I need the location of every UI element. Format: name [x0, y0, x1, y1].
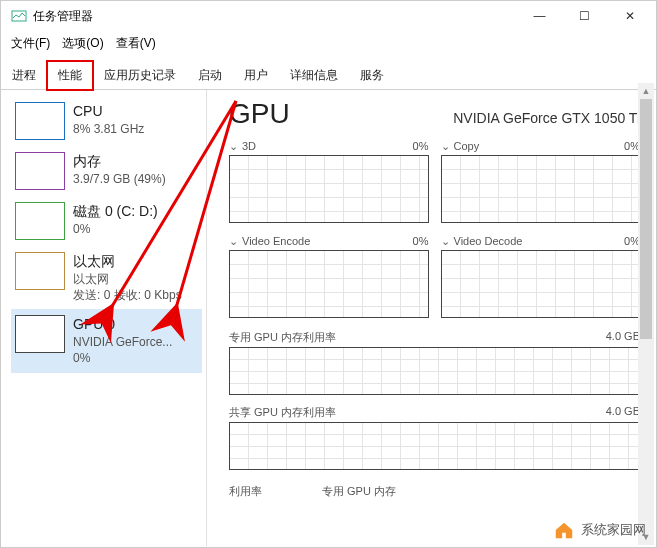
sidebar-item-disk[interactable]: 磁盘 0 (C: D:) 0% — [11, 196, 202, 246]
disk-sub: 0% — [73, 221, 158, 237]
chevron-down-icon: ⌄ — [229, 235, 238, 247]
memory-thumb — [15, 152, 65, 190]
gpu-model: NVIDIA GeForce GTX 1050 Ti — [453, 110, 640, 126]
shared-mem-label: 共享 GPU 内存利用率 — [229, 405, 336, 420]
watermark: 系统家园网 — [553, 519, 646, 541]
titlebar: 任务管理器 — ☐ ✕ — [1, 1, 656, 31]
watermark-text: 系统家园网 — [581, 521, 646, 539]
chart-copy[interactable]: ⌄Copy0% — [441, 140, 641, 223]
ethernet-title: 以太网 — [73, 252, 182, 271]
content-area: CPU 8% 3.81 GHz 内存 3.9/7.9 GB (49%) 磁盘 0… — [1, 90, 656, 546]
bottom-dedmem-label: 专用 GPU 内存 — [322, 484, 396, 499]
chart-venc-label: Video Encode — [242, 235, 310, 247]
cpu-thumb — [15, 102, 65, 140]
cpu-title: CPU — [73, 102, 144, 121]
chevron-down-icon: ⌄ — [229, 140, 238, 152]
chart-venc-graph — [229, 250, 429, 318]
bottom-util-label: 利用率 — [229, 484, 262, 499]
ethernet-sub2: 发送: 0 接收: 0 Kbps — [73, 287, 182, 303]
chart-video-encode[interactable]: ⌄Video Encode0% — [229, 235, 429, 318]
tab-users[interactable]: 用户 — [233, 61, 279, 90]
sidebar-item-cpu[interactable]: CPU 8% 3.81 GHz — [11, 96, 202, 146]
ethernet-thumb — [15, 252, 65, 290]
chevron-down-icon: ⌄ — [441, 140, 450, 152]
vertical-scrollbar[interactable]: ▲ ▼ — [638, 83, 654, 545]
dedicated-mem-graph — [229, 347, 640, 395]
chart-venc-pct: 0% — [413, 235, 429, 248]
sidebar-item-ethernet[interactable]: 以太网 以太网 发送: 0 接收: 0 Kbps — [11, 246, 202, 309]
sidebar-item-memory[interactable]: 内存 3.9/7.9 GB (49%) — [11, 146, 202, 196]
sidebar: CPU 8% 3.81 GHz 内存 3.9/7.9 GB (49%) 磁盘 0… — [1, 90, 206, 546]
memory-title: 内存 — [73, 152, 166, 171]
svg-rect-0 — [12, 11, 26, 21]
sidebar-item-gpu[interactable]: GPU 0 NVIDIA GeForce... 0% — [11, 309, 202, 372]
menu-file[interactable]: 文件(F) — [7, 33, 54, 54]
dedicated-mem-max: 4.0 GB — [606, 330, 640, 345]
chart-copy-graph — [441, 155, 641, 223]
chart-copy-label: Copy — [454, 140, 480, 152]
tab-performance[interactable]: 性能 — [47, 61, 93, 90]
disk-thumb — [15, 202, 65, 240]
scroll-thumb[interactable] — [640, 99, 652, 339]
detail-pane: GPU NVIDIA GeForce GTX 1050 Ti ⌄3D0% ⌄Co… — [207, 90, 656, 546]
task-manager-icon — [11, 8, 27, 24]
disk-title: 磁盘 0 (C: D:) — [73, 202, 158, 221]
close-button[interactable]: ✕ — [607, 1, 652, 31]
house-icon — [553, 519, 575, 541]
chevron-down-icon: ⌄ — [441, 235, 450, 247]
chart-3d-graph — [229, 155, 429, 223]
gpu-title: GPU 0 — [73, 315, 172, 334]
tabstrip: 进程 性能 应用历史记录 启动 用户 详细信息 服务 — [1, 60, 656, 90]
cpu-sub: 8% 3.81 GHz — [73, 121, 144, 137]
ethernet-sub1: 以太网 — [73, 271, 182, 287]
chart-3d[interactable]: ⌄3D0% — [229, 140, 429, 223]
gpu-thumb — [15, 315, 65, 353]
scroll-up-icon[interactable]: ▲ — [638, 83, 654, 99]
chart-video-decode[interactable]: ⌄Video Decode0% — [441, 235, 641, 318]
tab-details[interactable]: 详细信息 — [279, 61, 349, 90]
dedicated-mem-label: 专用 GPU 内存利用率 — [229, 330, 336, 345]
gpu-sub1: NVIDIA GeForce... — [73, 334, 172, 350]
tab-app-history[interactable]: 应用历史记录 — [93, 61, 187, 90]
maximize-button[interactable]: ☐ — [562, 1, 607, 31]
gpu-sub2: 0% — [73, 350, 172, 366]
chart-3d-pct: 0% — [413, 140, 429, 153]
minimize-button[interactable]: — — [517, 1, 562, 31]
memory-sub: 3.9/7.9 GB (49%) — [73, 171, 166, 187]
menu-view[interactable]: 查看(V) — [112, 33, 160, 54]
tab-processes[interactable]: 进程 — [1, 61, 47, 90]
menu-options[interactable]: 选项(O) — [58, 33, 107, 54]
chart-vdec-graph — [441, 250, 641, 318]
window-title: 任务管理器 — [33, 8, 517, 25]
shared-mem-graph — [229, 422, 640, 470]
tab-services[interactable]: 服务 — [349, 61, 395, 90]
chart-3d-label: 3D — [242, 140, 256, 152]
shared-mem-max: 4.0 GB — [606, 405, 640, 420]
menubar: 文件(F) 选项(O) 查看(V) — [1, 31, 656, 56]
detail-heading: GPU — [229, 98, 290, 130]
chart-vdec-label: Video Decode — [454, 235, 523, 247]
tab-startup[interactable]: 启动 — [187, 61, 233, 90]
